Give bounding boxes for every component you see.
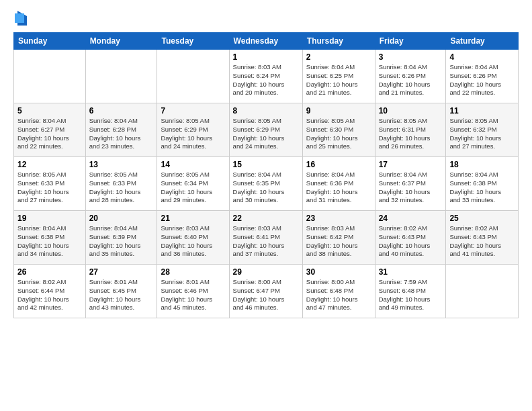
calendar-cell: 23Sunrise: 8:03 AM Sunset: 6:42 PM Dayli…	[302, 211, 375, 265]
calendar-cell: 10Sunrise: 8:05 AM Sunset: 6:31 PM Dayli…	[375, 103, 446, 157]
day-number: 31	[379, 267, 443, 277]
day-info: Sunrise: 8:05 AM Sunset: 6:30 PM Dayligh…	[306, 117, 371, 151]
calendar-cell: 13Sunrise: 8:05 AM Sunset: 6:33 PM Dayli…	[85, 157, 157, 211]
page-header	[13, 11, 519, 26]
calendar-cell	[85, 50, 157, 103]
day-info: Sunrise: 7:59 AM Sunset: 6:48 PM Dayligh…	[379, 278, 443, 312]
day-info: Sunrise: 8:03 AM Sunset: 6:42 PM Dayligh…	[306, 224, 371, 259]
calendar-week-5: 26Sunrise: 8:02 AM Sunset: 6:44 PM Dayli…	[14, 265, 519, 318]
day-info: Sunrise: 8:05 AM Sunset: 6:29 PM Dayligh…	[161, 117, 225, 151]
calendar-cell: 20Sunrise: 8:04 AM Sunset: 6:39 PM Dayli…	[85, 211, 157, 265]
day-info: Sunrise: 8:03 AM Sunset: 6:40 PM Dayligh…	[161, 224, 225, 259]
day-number: 24	[379, 214, 443, 223]
day-number: 7	[161, 106, 225, 116]
day-number: 20	[89, 214, 154, 223]
weekday-header-friday: Friday	[375, 33, 446, 50]
day-number: 21	[161, 214, 225, 223]
day-info: Sunrise: 8:02 AM Sunset: 6:43 PM Dayligh…	[449, 224, 515, 259]
day-info: Sunrise: 8:05 AM Sunset: 6:31 PM Dayligh…	[379, 117, 443, 151]
calendar-cell: 17Sunrise: 8:04 AM Sunset: 6:37 PM Dayli…	[375, 157, 446, 211]
day-number: 9	[306, 106, 371, 116]
calendar-cell: 12Sunrise: 8:05 AM Sunset: 6:33 PM Dayli…	[14, 157, 86, 211]
day-info: Sunrise: 8:00 AM Sunset: 6:47 PM Dayligh…	[233, 278, 299, 312]
weekday-header-monday: Monday	[85, 33, 157, 50]
day-info: Sunrise: 8:04 AM Sunset: 6:35 PM Dayligh…	[233, 171, 299, 205]
calendar-week-1: 1Sunrise: 8:03 AM Sunset: 6:24 PM Daylig…	[14, 50, 519, 103]
calendar-page: SundayMondayTuesdayWednesdayThursdayFrid…	[0, 0, 532, 411]
day-number: 25	[449, 214, 515, 223]
day-number: 3	[379, 52, 443, 62]
calendar-week-4: 19Sunrise: 8:04 AM Sunset: 6:38 PM Dayli…	[14, 211, 519, 265]
calendar-cell: 27Sunrise: 8:01 AM Sunset: 6:45 PM Dayli…	[85, 265, 157, 318]
calendar-cell	[446, 265, 519, 318]
day-number: 16	[306, 160, 371, 169]
calendar-cell: 25Sunrise: 8:02 AM Sunset: 6:43 PM Dayli…	[446, 211, 519, 265]
weekday-header-tuesday: Tuesday	[157, 33, 229, 50]
calendar-cell: 22Sunrise: 8:03 AM Sunset: 6:41 PM Dayli…	[229, 211, 302, 265]
calendar-cell: 6Sunrise: 8:04 AM Sunset: 6:28 PM Daylig…	[85, 103, 157, 157]
calendar-cell	[157, 50, 229, 103]
day-info: Sunrise: 8:05 AM Sunset: 6:34 PM Dayligh…	[161, 171, 225, 205]
logo-icon	[15, 11, 27, 26]
weekday-header-sunday: Sunday	[14, 33, 86, 50]
day-number: 27	[89, 267, 154, 277]
day-info: Sunrise: 8:04 AM Sunset: 6:38 PM Dayligh…	[17, 224, 82, 259]
calendar-cell: 9Sunrise: 8:05 AM Sunset: 6:30 PM Daylig…	[302, 103, 375, 157]
calendar-cell: 4Sunrise: 8:04 AM Sunset: 6:26 PM Daylig…	[446, 50, 519, 103]
day-info: Sunrise: 8:04 AM Sunset: 6:26 PM Dayligh…	[379, 63, 443, 97]
calendar-cell: 5Sunrise: 8:04 AM Sunset: 6:27 PM Daylig…	[14, 103, 86, 157]
calendar-cell: 28Sunrise: 8:01 AM Sunset: 6:46 PM Dayli…	[157, 265, 229, 318]
day-number: 18	[449, 160, 515, 169]
calendar-cell: 19Sunrise: 8:04 AM Sunset: 6:38 PM Dayli…	[14, 211, 86, 265]
weekday-header-saturday: Saturday	[446, 33, 519, 50]
calendar-cell: 21Sunrise: 8:03 AM Sunset: 6:40 PM Dayli…	[157, 211, 229, 265]
calendar-cell: 15Sunrise: 8:04 AM Sunset: 6:35 PM Dayli…	[229, 157, 302, 211]
calendar-cell: 8Sunrise: 8:05 AM Sunset: 6:29 PM Daylig…	[229, 103, 302, 157]
calendar-cell: 11Sunrise: 8:05 AM Sunset: 6:32 PM Dayli…	[446, 103, 519, 157]
day-info: Sunrise: 8:01 AM Sunset: 6:46 PM Dayligh…	[161, 278, 225, 312]
weekday-header-thursday: Thursday	[302, 33, 375, 50]
day-number: 15	[233, 160, 299, 169]
day-number: 6	[89, 106, 154, 116]
calendar-cell: 14Sunrise: 8:05 AM Sunset: 6:34 PM Dayli…	[157, 157, 229, 211]
day-number: 19	[17, 214, 82, 223]
calendar-cell: 16Sunrise: 8:04 AM Sunset: 6:36 PM Dayli…	[302, 157, 375, 211]
day-info: Sunrise: 8:04 AM Sunset: 6:38 PM Dayligh…	[449, 171, 515, 205]
day-number: 4	[449, 52, 515, 62]
day-number: 8	[233, 106, 299, 116]
calendar-cell: 2Sunrise: 8:04 AM Sunset: 6:25 PM Daylig…	[302, 50, 375, 103]
day-number: 5	[17, 106, 82, 116]
day-info: Sunrise: 8:04 AM Sunset: 6:37 PM Dayligh…	[379, 171, 443, 205]
calendar-week-2: 5Sunrise: 8:04 AM Sunset: 6:27 PM Daylig…	[14, 103, 519, 157]
day-number: 12	[17, 160, 82, 169]
day-number: 13	[89, 160, 154, 169]
day-number: 1	[233, 52, 299, 62]
calendar-cell: 26Sunrise: 8:02 AM Sunset: 6:44 PM Dayli…	[14, 265, 86, 318]
day-info: Sunrise: 8:04 AM Sunset: 6:27 PM Dayligh…	[17, 117, 82, 151]
day-number: 22	[233, 214, 299, 223]
day-info: Sunrise: 8:04 AM Sunset: 6:39 PM Dayligh…	[89, 224, 154, 259]
day-info: Sunrise: 8:04 AM Sunset: 6:25 PM Dayligh…	[306, 63, 371, 97]
day-info: Sunrise: 8:03 AM Sunset: 6:24 PM Dayligh…	[233, 63, 299, 97]
day-number: 28	[161, 267, 225, 277]
day-number: 23	[306, 214, 371, 223]
day-number: 10	[379, 106, 443, 116]
calendar-cell: 29Sunrise: 8:00 AM Sunset: 6:47 PM Dayli…	[229, 265, 302, 318]
day-info: Sunrise: 8:05 AM Sunset: 6:32 PM Dayligh…	[449, 117, 515, 151]
day-number: 29	[233, 267, 299, 277]
calendar-cell: 3Sunrise: 8:04 AM Sunset: 6:26 PM Daylig…	[375, 50, 446, 103]
day-number: 14	[161, 160, 225, 169]
svg-marker-1	[15, 13, 24, 23]
day-info: Sunrise: 8:03 AM Sunset: 6:41 PM Dayligh…	[233, 224, 299, 259]
calendar-cell: 1Sunrise: 8:03 AM Sunset: 6:24 PM Daylig…	[229, 50, 302, 103]
calendar-cell: 18Sunrise: 8:04 AM Sunset: 6:38 PM Dayli…	[446, 157, 519, 211]
calendar-cell: 31Sunrise: 7:59 AM Sunset: 6:48 PM Dayli…	[375, 265, 446, 318]
calendar-cell	[14, 50, 86, 103]
calendar-table: SundayMondayTuesdayWednesdayThursdayFrid…	[13, 32, 519, 318]
day-info: Sunrise: 8:02 AM Sunset: 6:44 PM Dayligh…	[17, 278, 82, 312]
day-info: Sunrise: 8:05 AM Sunset: 6:33 PM Dayligh…	[89, 171, 154, 205]
calendar-cell: 7Sunrise: 8:05 AM Sunset: 6:29 PM Daylig…	[157, 103, 229, 157]
day-info: Sunrise: 8:01 AM Sunset: 6:45 PM Dayligh…	[89, 278, 154, 312]
day-number: 2	[306, 52, 371, 62]
calendar-cell: 24Sunrise: 8:02 AM Sunset: 6:43 PM Dayli…	[375, 211, 446, 265]
